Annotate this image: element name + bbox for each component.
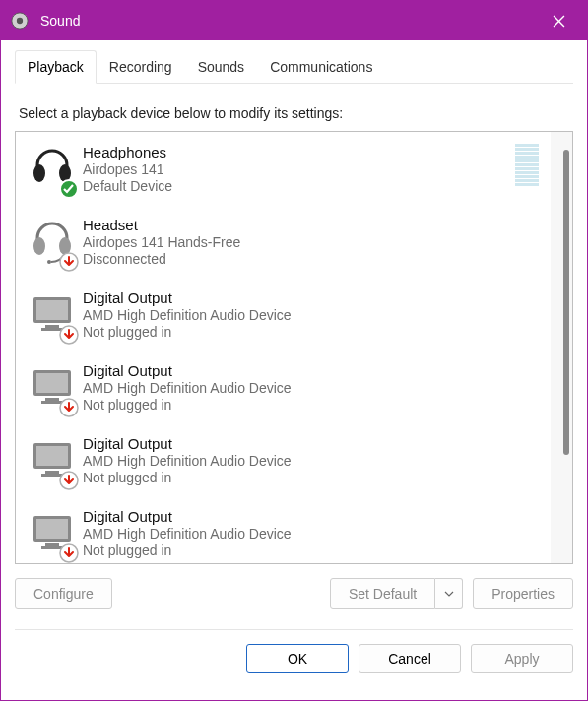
window-title: Sound — [40, 13, 536, 29]
sound-icon — [11, 12, 29, 30]
device-info: Digital OutputAMD High Definition Audio … — [83, 360, 541, 413]
configure-button[interactable]: Configure — [15, 578, 112, 609]
device-status: Not plugged in — [83, 470, 541, 485]
device-list[interactable]: HeadphonesAirdopes 141Default DeviceHead… — [16, 132, 551, 563]
device-status: Default Device — [83, 178, 515, 194]
device-name: Headset — [83, 217, 541, 233]
ok-button[interactable]: OK — [246, 644, 349, 673]
action-row: Configure Set Default Properties — [15, 578, 573, 609]
device-subtitle: AMD High Definition Audio Device — [83, 526, 541, 542]
device-item[interactable]: HeadphonesAirdopes 141Default Device — [16, 132, 551, 205]
monitor-icon — [28, 433, 77, 488]
headset-icon — [28, 215, 77, 270]
device-name: Digital Output — [83, 289, 541, 306]
device-item[interactable]: Digital OutputAMD High Definition Audio … — [16, 350, 551, 423]
unplugged-badge-icon — [59, 325, 79, 345]
device-info: Digital OutputAMD High Definition Audio … — [83, 506, 541, 558]
device-info: Digital OutputAMD High Definition Audio … — [83, 433, 541, 485]
device-item[interactable]: Digital OutputAMD High Definition Audio … — [16, 423, 551, 496]
device-info: HeadphonesAirdopes 141Default Device — [83, 142, 515, 194]
svg-rect-18 — [45, 398, 59, 401]
svg-rect-12 — [36, 300, 68, 320]
monitor-icon — [28, 506, 77, 561]
tabstrip: PlaybackRecordingSoundsCommunications — [15, 50, 573, 84]
device-subtitle: Airdopes 141 Hands-Free — [83, 234, 541, 250]
device-name: Headphones — [83, 144, 515, 160]
footer: OK Cancel Apply — [15, 629, 573, 673]
headphones-icon — [28, 142, 77, 197]
unplugged-badge-icon — [59, 471, 79, 490]
svg-point-9 — [47, 260, 51, 264]
device-subtitle: Airdopes 141 — [83, 161, 515, 177]
device-subtitle: AMD High Definition Audio Device — [83, 380, 541, 396]
device-item[interactable]: Digital OutputAMD High Definition Audio … — [16, 496, 551, 563]
monitor-icon — [28, 360, 77, 415]
tab-sounds[interactable]: Sounds — [185, 50, 257, 83]
device-status: Disconnected — [83, 251, 541, 267]
device-list-container: HeadphonesAirdopes 141Default DeviceHead… — [15, 131, 573, 564]
device-status: Not plugged in — [83, 542, 541, 558]
device-name: Digital Output — [83, 435, 541, 452]
close-button[interactable] — [536, 1, 581, 40]
set-default-dropdown[interactable] — [435, 578, 463, 609]
svg-rect-13 — [45, 325, 59, 328]
tab-communications[interactable]: Communications — [257, 50, 385, 83]
svg-rect-27 — [36, 519, 68, 539]
level-meter — [515, 144, 539, 186]
device-name: Digital Output — [83, 362, 541, 379]
close-icon — [553, 15, 565, 28]
apply-button[interactable]: Apply — [471, 644, 573, 673]
device-status: Not plugged in — [83, 324, 541, 340]
unplugged-badge-icon — [59, 543, 79, 563]
scrollbar[interactable] — [551, 132, 572, 563]
cancel-button[interactable]: Cancel — [359, 644, 461, 673]
device-subtitle: AMD High Definition Audio Device — [83, 307, 541, 323]
unplugged-badge-icon — [59, 398, 79, 417]
svg-rect-28 — [45, 543, 59, 546]
dialog-body: PlaybackRecordingSoundsCommunications Se… — [1, 40, 587, 700]
device-item[interactable]: Digital OutputAMD High Definition Audio … — [16, 278, 551, 350]
titlebar: Sound — [1, 1, 587, 40]
svg-point-1 — [17, 18, 23, 24]
device-name: Digital Output — [83, 508, 541, 525]
instruction-text: Select a playback device below to modify… — [19, 105, 569, 121]
check-badge-icon — [59, 179, 79, 199]
tab-playback[interactable]: Playback — [15, 50, 97, 84]
scrollbar-thumb[interactable] — [563, 150, 569, 455]
set-default-splitbutton: Set Default — [330, 578, 463, 609]
device-subtitle: AMD High Definition Audio Device — [83, 453, 541, 469]
svg-point-4 — [33, 164, 45, 182]
properties-button[interactable]: Properties — [473, 578, 573, 609]
device-info: Digital OutputAMD High Definition Audio … — [83, 287, 541, 340]
set-default-button[interactable]: Set Default — [330, 578, 435, 609]
unplugged-badge-icon — [59, 252, 79, 272]
tab-recording[interactable]: Recording — [97, 50, 185, 83]
svg-rect-22 — [36, 446, 68, 466]
monitor-icon — [28, 287, 77, 343]
device-status: Not plugged in — [83, 397, 541, 413]
device-item[interactable]: HeadsetAirdopes 141 Hands-FreeDisconnect… — [16, 205, 551, 278]
svg-rect-23 — [45, 471, 59, 474]
chevron-down-icon — [444, 591, 454, 597]
svg-point-7 — [33, 237, 45, 255]
svg-rect-17 — [36, 373, 68, 393]
sound-dialog: Sound PlaybackRecordingSoundsCommunicati… — [0, 0, 588, 701]
device-info: HeadsetAirdopes 141 Hands-FreeDisconnect… — [83, 215, 541, 267]
